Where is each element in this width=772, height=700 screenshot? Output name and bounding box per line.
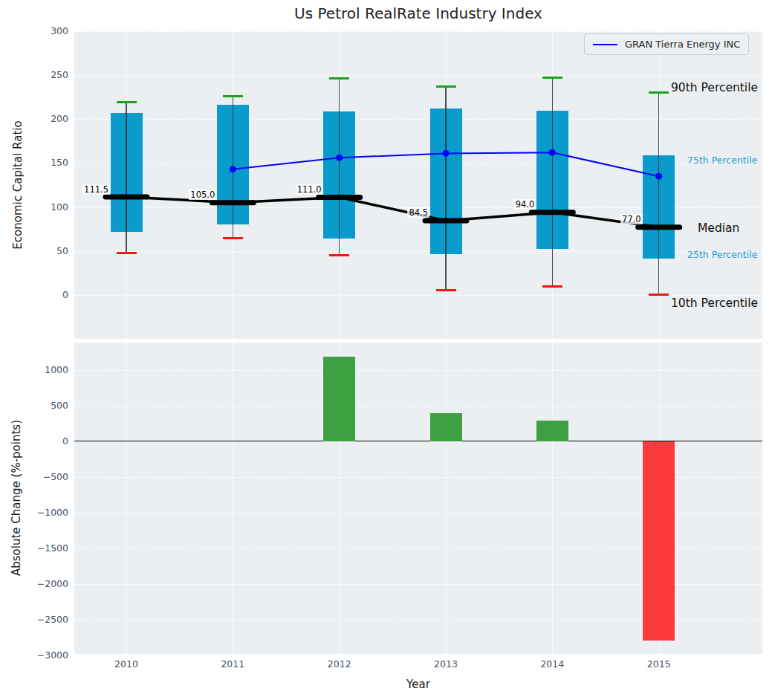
bottom-y-axis-label: Absolute Change (%-points) xyxy=(10,420,23,576)
gridline-x xyxy=(233,343,233,654)
chart-title: Us Petrol RealRate Industry Index xyxy=(74,4,762,22)
figure: Us Petrol RealRate Industry Index 111.51… xyxy=(0,0,772,700)
x-tick-label: 2010 xyxy=(100,658,152,670)
median-value-label: 111.0 xyxy=(270,184,323,195)
y-tick-label-top: 0 xyxy=(25,289,68,301)
bar-positive xyxy=(536,421,568,441)
company-marker xyxy=(655,173,662,180)
bottom-plot-area xyxy=(74,343,762,654)
median-value-label: 111.5 xyxy=(74,184,110,195)
company-marker xyxy=(549,149,556,156)
company-marker xyxy=(443,150,450,157)
median-value-text: 84.5 xyxy=(407,207,429,218)
median-value-text: 94.0 xyxy=(514,199,536,210)
median-value-text: 105.0 xyxy=(189,189,216,200)
median-value-label: 77.0 xyxy=(589,214,643,225)
x-axis-label: Year xyxy=(74,678,762,691)
y-tick-label-bottom: 500 xyxy=(25,400,68,412)
legend-line-sample xyxy=(593,44,617,45)
median-value-label: 84.5 xyxy=(376,207,429,218)
x-tick-label: 2015 xyxy=(633,658,685,670)
annotation-75th-percentile: 75th Percentile xyxy=(687,155,757,166)
y-tick-label-bottom: −2500 xyxy=(25,614,68,626)
x-tick-label: 2014 xyxy=(526,658,578,670)
y-tick-label-top: 100 xyxy=(25,201,68,213)
annotation-25th-percentile: 25th Percentile xyxy=(687,249,757,260)
top-plot-area: 111.5105.0111.084.594.077.0 xyxy=(74,31,762,339)
legend-label: GRAN Tierra Energy INC xyxy=(625,39,740,50)
y-tick-label-top: 150 xyxy=(25,157,68,169)
y-tick-label-top: 250 xyxy=(25,69,68,81)
median-value-label: 94.0 xyxy=(482,199,536,210)
median-value-text: 111.0 xyxy=(296,184,323,195)
y-tick-label-top: 300 xyxy=(25,25,68,37)
company-marker xyxy=(336,155,343,161)
median-value-text: 111.5 xyxy=(82,184,110,195)
company-marker xyxy=(230,166,236,172)
y-tick-label-bottom: −500 xyxy=(25,471,68,483)
gridline-x xyxy=(446,343,447,654)
y-tick-label-bottom: −2000 xyxy=(25,578,68,590)
legend: GRAN Tierra Energy INC xyxy=(584,33,749,55)
x-tick-label: 2012 xyxy=(314,658,366,670)
y-tick-label-bottom: −1500 xyxy=(25,542,68,554)
x-tick-label: 2013 xyxy=(420,658,472,670)
annotation-median: Median xyxy=(698,221,739,235)
y-tick-label-bottom: 0 xyxy=(25,435,68,447)
bar-negative xyxy=(643,441,675,640)
y-tick-label-top: 50 xyxy=(25,245,68,257)
annotation-90th-percentile: 90th Percentile xyxy=(671,81,758,94)
y-tick-label-bottom: −3000 xyxy=(25,649,68,661)
median-value-text: 77.0 xyxy=(620,214,643,224)
gridline-x xyxy=(552,343,553,654)
gridline-x xyxy=(126,343,127,654)
median-value-label: 105.0 xyxy=(163,189,216,201)
y-tick-label-bottom: −1000 xyxy=(25,507,68,519)
x-tick-label: 2011 xyxy=(207,658,259,670)
top-chart-lines xyxy=(74,31,762,339)
bar-positive xyxy=(323,357,355,441)
y-tick-label-top: 200 xyxy=(25,113,68,125)
bar-positive xyxy=(430,413,462,441)
top-y-axis-label: Economic Capital Ratio xyxy=(11,120,25,249)
y-tick-label-bottom: 1000 xyxy=(25,364,68,376)
annotation-10th-percentile: 10th Percentile xyxy=(671,296,758,310)
